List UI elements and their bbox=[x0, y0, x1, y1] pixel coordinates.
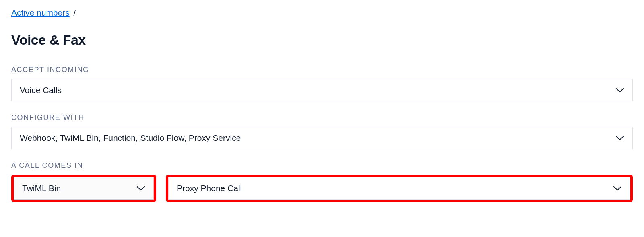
highlight-handler: TwiML Bin bbox=[11, 175, 156, 202]
call-comes-in-handler-select[interactable]: TwiML Bin bbox=[14, 177, 154, 200]
page-title: Voice & Fax bbox=[11, 32, 633, 48]
accept-incoming-value: Voice Calls bbox=[20, 85, 62, 95]
highlight-target: Proxy Phone Call bbox=[166, 175, 633, 202]
call-comes-in-target-select[interactable]: Proxy Phone Call bbox=[168, 177, 630, 200]
call-comes-in-target-value: Proxy Phone Call bbox=[177, 183, 242, 193]
accept-incoming-select[interactable]: Voice Calls bbox=[11, 79, 633, 101]
call-comes-in-label: A CALL COMES IN bbox=[11, 161, 633, 170]
accept-incoming-label: ACCEPT INCOMING bbox=[11, 66, 633, 74]
chevron-down-icon bbox=[136, 185, 145, 191]
chevron-down-icon bbox=[615, 135, 624, 141]
chevron-down-icon bbox=[615, 87, 624, 93]
configure-with-label: CONFIGURE WITH bbox=[11, 113, 633, 122]
chevron-down-icon bbox=[613, 185, 622, 191]
configure-with-select[interactable]: Webhook, TwiML Bin, Function, Studio Flo… bbox=[11, 127, 633, 149]
breadcrumb-separator: / bbox=[74, 8, 76, 17]
field-configure-with: CONFIGURE WITH Webhook, TwiML Bin, Funct… bbox=[11, 113, 633, 149]
breadcrumb-link-active-numbers[interactable]: Active numbers bbox=[11, 8, 70, 17]
breadcrumb: Active numbers / bbox=[11, 8, 633, 18]
configure-with-value: Webhook, TwiML Bin, Function, Studio Flo… bbox=[20, 133, 241, 143]
field-call-comes-in: A CALL COMES IN TwiML Bin Proxy Phone Ca… bbox=[11, 161, 633, 202]
call-comes-in-handler-value: TwiML Bin bbox=[22, 183, 61, 193]
field-accept-incoming: ACCEPT INCOMING Voice Calls bbox=[11, 66, 633, 101]
